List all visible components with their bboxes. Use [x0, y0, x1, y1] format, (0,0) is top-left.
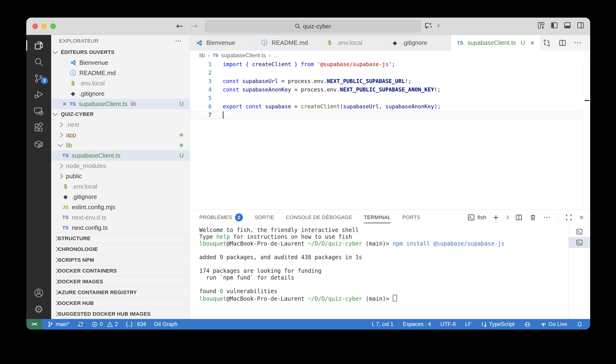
- code-editor[interactable]: 1import { createClient } from '@supabase…: [190, 60, 590, 210]
- remote-indicator[interactable]: ><: [26, 319, 42, 329]
- breadcrumb-file[interactable]: supabaseClient.ts: [221, 52, 266, 59]
- indentation-status[interactable]: Espaces : 4: [403, 321, 431, 327]
- sidebar-section-azure-registry[interactable]: AZURE CONTAINER REGISTRY: [51, 287, 190, 298]
- copilot-status-icon[interactable]: [524, 321, 531, 328]
- tab-env-local[interactable]: $ .env.local: [320, 35, 386, 51]
- sidebar-section-docker-hub[interactable]: DOCKER HUB: [51, 298, 190, 308]
- breadcrumb-folder[interactable]: lib: [199, 52, 205, 59]
- code-line[interactable]: 1import { createClient } from '@supabase…: [190, 60, 590, 68]
- kill-terminal-icon[interactable]: [529, 214, 536, 221]
- tree-item-file[interactable]: ◆ .gitignore: [51, 192, 190, 202]
- toggle-panel-icon[interactable]: [564, 22, 571, 29]
- braces-counter-status[interactable]: {..} : 634: [126, 321, 146, 327]
- close-window-button[interactable]: [32, 24, 38, 29]
- close-panel-icon[interactable]: ×: [579, 214, 584, 221]
- tree-item-folder[interactable]: .next: [51, 119, 190, 130]
- search-view-icon[interactable]: [26, 54, 51, 70]
- split-terminal-icon[interactable]: [515, 214, 522, 221]
- open-editor-item[interactable]: ⓘ README.md: [51, 68, 190, 78]
- sidebar-section-docker-images[interactable]: DOCKER IMAGES: [51, 276, 190, 287]
- settings-gear-icon[interactable]: ⚙: [26, 301, 51, 318]
- code-line[interactable]: 4const supabaseAnonKey = process.env.NEX…: [190, 85, 590, 94]
- command-center-search[interactable]: quiz-cyber: [205, 20, 421, 32]
- explorer-view-icon[interactable]: [26, 37, 51, 54]
- new-terminal-icon[interactable]: +: [493, 214, 498, 221]
- cursor-position-status[interactable]: L 7, col 1: [372, 321, 393, 327]
- source-control-view-icon[interactable]: 3: [26, 70, 51, 87]
- tree-item-folder[interactable]: node_modules: [51, 161, 190, 171]
- tree-item-file-selected[interactable]: TS supabaseClient.ts U: [51, 150, 190, 161]
- tree-item-file[interactable]: $ .env.local: [51, 181, 190, 192]
- panel-tab-debug-console[interactable]: CONSOLE DE DÉBOGAGE: [286, 210, 352, 225]
- open-changes-icon[interactable]: [543, 39, 551, 47]
- terminal-session-item-active[interactable]: [569, 237, 590, 248]
- tab-supabaseclient-active[interactable]: TS supabaseClient.ts U ×: [451, 35, 541, 51]
- open-editor-item[interactable]: $ .env.local: [51, 78, 190, 88]
- code-line[interactable]: 3const supabaseUrl = process.env.NEXT_PU…: [190, 77, 590, 85]
- go-live-status[interactable]: Go Live: [540, 321, 567, 327]
- docker-view-icon[interactable]: [26, 136, 51, 152]
- tree-item-folder[interactable]: lib: [51, 140, 190, 150]
- tab-bienvenue[interactable]: Bienvenue: [190, 35, 255, 51]
- panel-tab-ports[interactable]: PORTS: [402, 210, 421, 225]
- more-actions-icon[interactable]: ···: [175, 38, 182, 44]
- toggle-primary-sidebar-icon[interactable]: [551, 22, 558, 29]
- git-branch-status[interactable]: main*: [47, 321, 69, 327]
- panel-tab-problems[interactable]: PROBLÈMES 2: [199, 210, 243, 225]
- sidebar-section-docker-containers[interactable]: DOCKER CONTAINERS: [51, 265, 190, 276]
- tab-gitignore[interactable]: ◆ .gitignore: [386, 35, 451, 51]
- encoding-status[interactable]: UTF-8: [440, 321, 456, 327]
- customize-layout-icon[interactable]: [538, 22, 545, 29]
- history-back-icon[interactable]: ←: [176, 21, 183, 31]
- panel-tab-terminal[interactable]: TERMINAL: [364, 210, 391, 225]
- language-mode-status[interactable]: TypeScript: [481, 321, 515, 327]
- tree-item-file[interactable]: TS next.config.ts: [51, 222, 190, 233]
- editor-overview-ruler[interactable]: [584, 60, 590, 210]
- maximize-panel-icon[interactable]: [565, 214, 572, 221]
- tree-item-file[interactable]: JS eslint.config.mjs: [51, 202, 190, 212]
- sync-changes-icon[interactable]: [78, 321, 83, 327]
- open-editor-item-active[interactable]: × TS supabaseClient.ts lib U: [51, 99, 190, 109]
- run-debug-view-icon[interactable]: [26, 87, 51, 103]
- toggle-secondary-sidebar-icon[interactable]: [577, 22, 584, 29]
- tab-readme[interactable]: ⓘ README.md: [255, 35, 320, 51]
- breadcrumb[interactable]: lib › TS supabaseClient.ts › …: [190, 51, 590, 60]
- sidebar-section-suggested-docker-hub[interactable]: SUGGESTED DOCKER HUB IMAGES: [51, 308, 190, 319]
- terminal-output[interactable]: Welcome to fish, the friendly interactiv…: [190, 225, 568, 319]
- split-editor-icon[interactable]: [559, 39, 566, 47]
- zoom-window-button[interactable]: [50, 24, 56, 29]
- history-forward-icon[interactable]: →: [191, 21, 198, 31]
- notifications-bell-icon[interactable]: [576, 321, 583, 327]
- open-editor-item[interactable]: Bienvenue: [51, 57, 190, 68]
- terminal-session-item[interactable]: [569, 226, 590, 237]
- git-graph-status[interactable]: Git Graph: [154, 321, 178, 327]
- tree-item-folder[interactable]: public: [51, 171, 190, 181]
- open-editors-header[interactable]: ÉDITEURS OUVERTS: [51, 47, 190, 57]
- sidebar-section-timeline[interactable]: CHRONOLOGIE: [51, 244, 190, 254]
- close-editor-icon[interactable]: ×: [61, 100, 68, 107]
- code-line[interactable]: 6export const supabase = createClient(su…: [190, 102, 590, 111]
- breadcrumb-symbol[interactable]: …: [274, 52, 279, 59]
- remote-explorer-view-icon[interactable]: [26, 103, 51, 119]
- close-tab-icon[interactable]: ×: [528, 39, 536, 46]
- account-icon[interactable]: [26, 285, 51, 301]
- open-editor-item[interactable]: ◆ .gitignore: [51, 88, 190, 99]
- tree-item-file[interactable]: TS next-env.d.ts: [51, 212, 190, 222]
- code-line[interactable]: 7: [190, 111, 590, 119]
- code-line[interactable]: 5: [190, 94, 590, 102]
- sidebar-section-structure[interactable]: STRUCTURE: [51, 233, 190, 244]
- project-root-header[interactable]: QUIZ-CYBER: [51, 109, 190, 119]
- terminal-profile-chevron-icon[interactable]: [505, 216, 509, 220]
- copilot-chat-button[interactable]: [424, 21, 439, 30]
- tree-item-folder[interactable]: app: [51, 130, 190, 140]
- minimize-window-button[interactable]: [41, 24, 47, 29]
- more-editor-actions-icon[interactable]: ···: [574, 39, 582, 46]
- more-panel-actions-icon[interactable]: ···: [544, 214, 551, 221]
- sidebar-section-npm-scripts[interactable]: SCRIPTS NPM: [51, 254, 190, 265]
- terminal-shell-selector[interactable]: fish: [468, 214, 486, 221]
- extensions-view-icon[interactable]: [26, 119, 51, 136]
- code-line[interactable]: 2: [190, 68, 590, 77]
- eol-status[interactable]: LF: [465, 321, 471, 327]
- problems-status[interactable]: 0 2: [92, 321, 118, 327]
- panel-tab-output[interactable]: SORTIE: [255, 210, 274, 225]
